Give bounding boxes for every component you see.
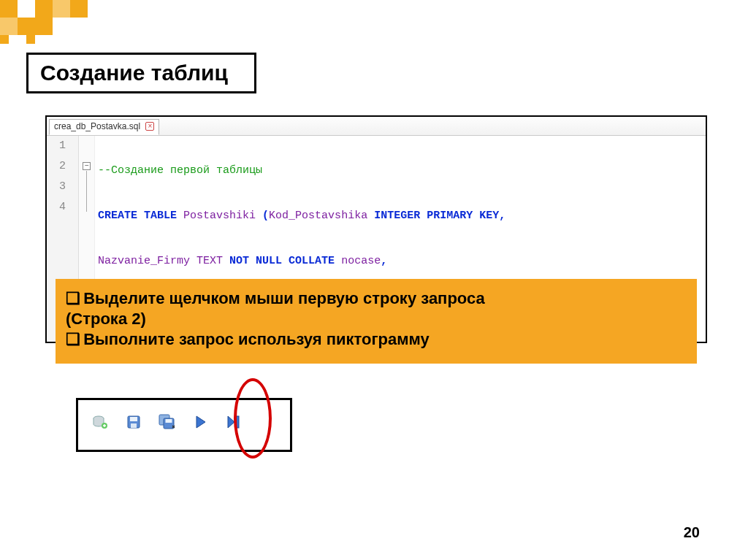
line-number: 4: [47, 197, 78, 218]
deco-square: [0, 35, 9, 44]
code-line: --Создание первой таблицы: [98, 161, 706, 181]
deco-square: [26, 35, 35, 44]
editor-tab[interactable]: crea_db_Postavka.sql ×: [49, 119, 159, 135]
toolbar: [91, 413, 243, 431]
instruction-item-continuation: (Строка 2): [66, 310, 682, 329]
close-icon[interactable]: ×: [145, 122, 154, 131]
deco-square: [18, 0, 35, 18]
database-add-icon[interactable]: [91, 413, 109, 431]
instruction-item: ❑ Выделите щелчком мыши первую строку за…: [66, 289, 682, 308]
save-copy-icon[interactable]: [159, 413, 176, 431]
instruction-box: ❑ Выделите щелчком мыши первую строку за…: [56, 279, 697, 364]
code-line: Nazvanie_Firmy TEXT NOT NULL COLLATE noc…: [98, 251, 706, 272]
toolbar-screenshot: [76, 398, 292, 452]
deco-square: [70, 0, 88, 18]
play-icon[interactable]: [192, 413, 210, 431]
instruction-item: ❑ Выполните запрос используя пиктограмму: [66, 330, 682, 349]
svg-rect-4: [131, 423, 137, 428]
editor-tabbar: crea_db_Postavka.sql ×: [47, 117, 706, 136]
bullet-icon: ❑: [66, 330, 79, 349]
bullet-icon: ❑: [66, 289, 79, 308]
editor-tab-label: crea_db_Postavka.sql: [54, 121, 140, 131]
slide-title: Создание таблиц: [26, 53, 256, 93]
save-icon[interactable]: [125, 413, 142, 431]
page-number: 20: [684, 524, 700, 541]
deco-square: [53, 0, 70, 18]
deco-square: [35, 18, 53, 35]
deco-square: [0, 0, 18, 18]
deco-square: [0, 18, 18, 35]
svg-rect-3: [130, 417, 137, 421]
svg-rect-7: [166, 419, 172, 423]
line-number: 2: [47, 156, 78, 177]
slide-decoration: [0, 0, 117, 44]
deco-square: [18, 18, 35, 35]
play-all-icon[interactable]: [226, 413, 243, 431]
svg-rect-8: [236, 416, 239, 428]
deco-square: [35, 0, 53, 18]
fold-toggle-icon[interactable]: −: [83, 162, 91, 170]
code-line: CREATE TABLE Postavshiki (Kod_Postavshik…: [98, 206, 706, 226]
line-number: 3: [47, 177, 78, 197]
line-number: 1: [47, 136, 78, 156]
